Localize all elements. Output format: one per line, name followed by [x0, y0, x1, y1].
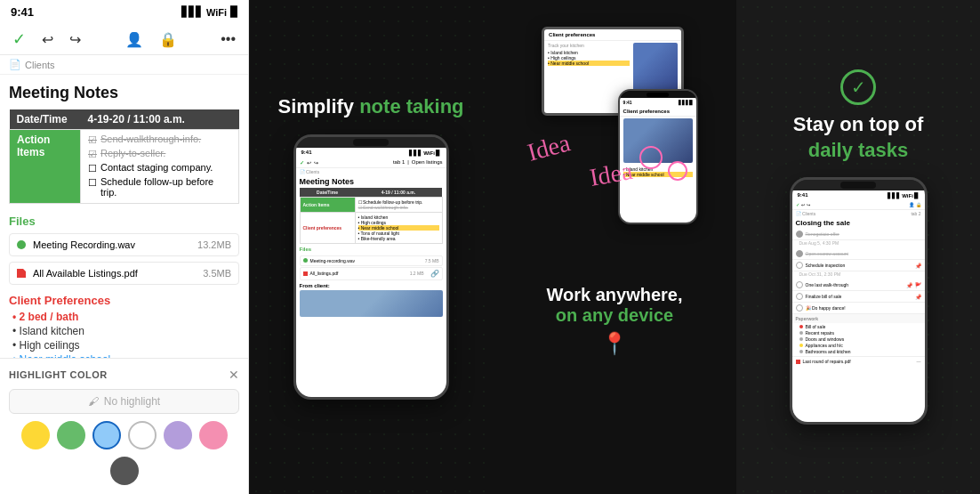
task-text-3: Schedule inspection: [806, 263, 912, 268]
color-swatch-gray[interactable]: [128, 421, 157, 449]
screen2-line2: on any device: [556, 305, 673, 325]
pdf-link-icon: 🔗: [430, 270, 439, 278]
list-item: ☐ Contact staging company.: [88, 162, 231, 174]
task-check: ✓: [796, 202, 799, 207]
screen-2: Client preferences Track your kitchen • …: [493, 0, 736, 494]
task-text-2: Open escrow account: [806, 251, 921, 256]
check-button[interactable]: ✓: [9, 28, 29, 51]
checkbox-unchecked: ☐: [88, 177, 97, 189]
action-items-list: ☑ Send-walkthrough-info. ☑ Reply-to-sell…: [88, 134, 231, 198]
phone-openbracket: |: [407, 159, 409, 165]
client-pref-list: 2 bed / bath Island kitchen High ceiling…: [9, 311, 239, 358]
redo-button[interactable]: ↪: [66, 29, 84, 50]
file-item-wav[interactable]: Meeting Recording.wav 13.2MB: [9, 233, 239, 256]
screen2-headline-2: on any device: [546, 305, 682, 326]
task-text-5: Finalize bill of sale: [806, 294, 912, 299]
task-page-title: Closing the sale: [792, 217, 925, 229]
task-due-1: Due Aug 5, 4:30 PM: [792, 240, 925, 248]
annotation-text-1: Idea: [524, 128, 573, 166]
task-circle-5: [796, 293, 803, 300]
phone-pdf-dot: [303, 271, 308, 276]
screen1-highlight: note taking: [359, 95, 463, 117]
phone-check: ✓: [300, 159, 304, 166]
tablet-text: Track your kitchen • Island kitchen • Hi…: [548, 43, 630, 96]
phone2-image: [623, 118, 693, 163]
files-section-title: Files: [9, 215, 239, 228]
pin-icon-4: 📌: [906, 282, 912, 288]
phone-mockup-1: 9:41 ▋▋▋ WiFi ▉ ✓ ↩ ↪ tab 1 | Open listi…: [293, 134, 449, 400]
bottom-file: Last round of repairs.pdf —: [792, 356, 925, 366]
task-item-2: Open escrow account: [792, 248, 925, 260]
task-text-4: One last walk-through: [806, 282, 904, 287]
phone-th-date: Date/Time: [300, 188, 355, 198]
phone2-inner: 9:41▋▋▋▉ Client preferences • Island kit…: [620, 98, 696, 223]
phone-client-label: Client preferences: [300, 212, 355, 243]
task-sub-items: Bill of sale Recent repairs Doors and wi…: [792, 323, 925, 356]
bottom-file-size: —: [917, 359, 921, 364]
screen2-content: Client preferences Track your kitchen • …: [493, 0, 736, 494]
task-item-4: One last walk-through 📌 🚩: [792, 279, 925, 291]
highlight-header: HIGHLIGHT COLOR ✕: [9, 368, 239, 382]
color-swatch-lavender[interactable]: [164, 421, 192, 449]
phone-file-wav: Meeting-recording.wav 7.5 MB: [300, 255, 443, 266]
breadcrumb-icon: 📄: [9, 59, 21, 70]
tasks-phone-notch: [792, 180, 925, 190]
person-button[interactable]: 👤: [122, 29, 147, 50]
list-item: 2 bed / bath: [12, 311, 239, 323]
task-inner: 9:41 ▋▋▋ WiFi ▉ ✓ ↩ ↪ 👤 🔒 📄 Clients tab …: [792, 190, 925, 422]
phone-openlistings: Open listings: [412, 159, 443, 165]
signal-icon: ▋▋▋: [181, 6, 203, 18]
paperwork-section: Paperwork: [792, 314, 925, 323]
color-swatch-green[interactable]: [57, 421, 85, 449]
task-circle-3: [796, 262, 803, 269]
pdf-icon-bottom: [796, 360, 800, 364]
checkbox-checked: ☑: [88, 149, 97, 160]
phone-mockup-tasks: 9:41 ▋▋▋ WiFi ▉ ✓ ↩ ↪ 👤 🔒 📄 Clients tab …: [790, 177, 928, 425]
left-panel: 9:41 ▋▋▋ WiFi ▉ ✓ ↩ ↪ 👤 🔒 ••• 📄 Clients …: [0, 0, 249, 494]
list-item: ☑ Send-walkthrough-info.: [88, 134, 231, 146]
phone-tab1: tab 1: [393, 159, 405, 165]
task-circle-6: [796, 304, 803, 312]
screen1-heading: Simplify note taking: [277, 94, 463, 120]
breadcrumb[interactable]: 📄 Clients: [0, 55, 248, 75]
list-item: ☐ Schedule follow-up before trip.: [88, 176, 231, 198]
wav-icon: [17, 240, 26, 249]
phone-undo: ↩: [307, 159, 311, 166]
phone-action-items: ☐ Schedule follow-up before trip. ☑ Send…: [355, 197, 442, 212]
task-circle-done: [796, 231, 803, 238]
task-status-bar: 9:41 ▋▋▋ WiFi ▉: [792, 190, 925, 200]
notes-table: Date/Time 4-19-20 / 11:00 a.m. Action It…: [9, 109, 239, 204]
file-size-wav: 13.2MB: [197, 239, 231, 250]
phone-table: Date/Time 4-19 / 11:00 a.m. Action Items…: [300, 188, 443, 244]
task-circle-done-2: [796, 250, 803, 257]
color-swatch-dark[interactable]: [110, 457, 139, 485]
screen1-content: Simplify note taking 9:41 ▋▋▋ WiFi ▉ ✓ ↩…: [249, 0, 493, 494]
phone-file-pdf: All_listings.pdf 1.2 MB 🔗: [300, 267, 443, 280]
status-bar: 9:41 ▋▋▋ WiFi ▉: [0, 0, 248, 24]
color-swatch-pink[interactable]: [199, 421, 228, 449]
page-title: Meeting Notes: [9, 84, 239, 102]
sub-item-1: Bill of sale: [799, 324, 851, 329]
tablet-title: Client preferences: [544, 29, 681, 41]
content-area: Meeting Notes Date/Time 4-19-20 / 11:00 …: [0, 75, 248, 358]
more-options-button[interactable]: •••: [217, 29, 239, 49]
task-breadcrumb-text: 📄 Clients: [796, 211, 816, 216]
lock-button[interactable]: 🔒: [156, 29, 181, 50]
sub-item-3: Doors and windows: [799, 336, 851, 342]
task-item-5: Finalize bill of sale 📌: [792, 291, 925, 303]
no-highlight-button[interactable]: 🖌 No highlight: [9, 389, 239, 414]
task-due-3: Due Oct 31, 2:30 PM: [792, 271, 925, 279]
phone-wav-dot: [303, 258, 308, 263]
color-swatch-blue[interactable]: [92, 421, 121, 449]
task-tab: tab 2: [911, 211, 920, 216]
task-toolbar: ✓ ↩ ↪ 👤 🔒: [792, 200, 925, 210]
undo-button[interactable]: ↩: [38, 29, 57, 50]
screen3-check-icon: ✓: [840, 69, 876, 105]
task-lock: 🔒: [916, 202, 921, 207]
highlight-panel: HIGHLIGHT COLOR ✕ 🖌 No highlight: [0, 358, 248, 494]
color-swatch-yellow[interactable]: [21, 421, 50, 449]
phone2-title: Client preferences: [620, 107, 696, 117]
file-item-pdf[interactable]: All Available Listings.pdf 3.5MB: [9, 262, 239, 285]
close-highlight-button[interactable]: ✕: [229, 368, 239, 382]
wifi-icon: WiFi: [206, 7, 227, 18]
